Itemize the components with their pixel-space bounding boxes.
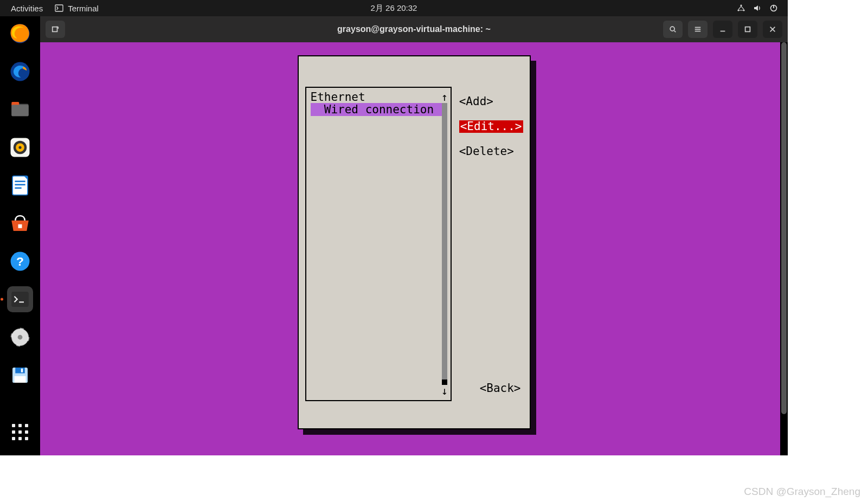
svg-point-28 bbox=[18, 335, 23, 340]
new-tab-button[interactable] bbox=[46, 21, 65, 38]
add-button[interactable]: <Add> bbox=[459, 95, 523, 108]
svg-point-1 bbox=[740, 4, 742, 6]
window-title: grayson@grayson-virtual-machine: ~ bbox=[337, 24, 491, 34]
svg-rect-17 bbox=[15, 181, 25, 182]
window-titlebar: grayson@grayson-virtual-machine: ~ bbox=[40, 16, 788, 42]
svg-point-7 bbox=[11, 62, 30, 81]
activities-button[interactable]: Activities bbox=[11, 4, 43, 13]
list-scrollbar[interactable]: ↑ ↓ bbox=[441, 92, 448, 396]
svg-line-38 bbox=[674, 31, 676, 33]
minimize-button[interactable] bbox=[713, 21, 732, 38]
edit-button[interactable]: <Edit...> bbox=[459, 120, 523, 133]
search-button[interactable] bbox=[663, 21, 683, 38]
action-buttons: <Add> <Edit...> <Delete> bbox=[459, 95, 523, 422]
terminal-scrollbar[interactable] bbox=[780, 42, 788, 455]
dock-rhythmbox[interactable] bbox=[7, 134, 33, 160]
dock-terminal[interactable] bbox=[7, 286, 33, 312]
svg-rect-18 bbox=[15, 184, 25, 185]
svg-point-3 bbox=[743, 9, 744, 11]
show-applications-button[interactable] bbox=[10, 422, 30, 442]
svg-point-37 bbox=[670, 27, 674, 31]
svg-rect-31 bbox=[15, 368, 25, 374]
delete-button[interactable]: <Delete> bbox=[459, 145, 523, 158]
svg-rect-32 bbox=[15, 376, 26, 383]
hamburger-menu-button[interactable] bbox=[688, 21, 708, 38]
connection-category: Ethernet bbox=[311, 91, 439, 104]
dock-libreoffice-writer[interactable] bbox=[7, 172, 33, 198]
back-button-area: <Back> bbox=[480, 382, 521, 395]
clock[interactable]: 2月 26 20:32 bbox=[371, 3, 417, 12]
scroll-down-icon[interactable]: ↓ bbox=[441, 386, 448, 396]
svg-text:?: ? bbox=[16, 254, 24, 268]
svg-rect-43 bbox=[745, 27, 750, 32]
topbar-app-menu[interactable]: Terminal bbox=[55, 4, 99, 13]
svg-rect-21 bbox=[18, 224, 22, 228]
dock-firefox[interactable] bbox=[7, 21, 33, 47]
scroll-up-icon[interactable]: ↑ bbox=[441, 92, 448, 102]
topbar-app-label: Terminal bbox=[68, 4, 99, 13]
back-button[interactable]: <Back> bbox=[480, 382, 521, 395]
terminal-window: grayson@grayson-virtual-machine: ~ bbox=[40, 16, 788, 455]
dock-save[interactable] bbox=[7, 362, 33, 388]
connection-list[interactable]: Ethernet Wired connection 1 ↑ ↓ bbox=[305, 87, 452, 401]
dock-help[interactable]: ? bbox=[7, 248, 33, 274]
gnome-topbar: Activities Terminal 2月 26 20:32 bbox=[0, 0, 788, 16]
svg-rect-0 bbox=[55, 5, 63, 11]
close-button[interactable] bbox=[763, 21, 782, 38]
power-icon[interactable] bbox=[769, 4, 778, 12]
svg-rect-33 bbox=[21, 369, 23, 372]
connection-item-selected[interactable]: Wired connection 1 bbox=[311, 104, 439, 116]
network-icon[interactable] bbox=[737, 4, 745, 12]
svg-rect-34 bbox=[53, 27, 57, 32]
dock-thunderbird[interactable] bbox=[7, 59, 33, 85]
dock-files[interactable] bbox=[7, 96, 33, 123]
volume-icon[interactable] bbox=[753, 4, 762, 12]
svg-point-2 bbox=[737, 9, 739, 11]
desktop: Activities Terminal 2月 26 20:32 bbox=[0, 0, 788, 455]
svg-point-14 bbox=[18, 146, 21, 149]
watermark: CSDN @Grayson_Zheng bbox=[744, 486, 860, 498]
maximize-button[interactable] bbox=[738, 21, 757, 38]
nmtui-dialog: Ethernet Wired connection 1 ↑ ↓ <Add> <E… bbox=[298, 55, 531, 429]
terminal-icon bbox=[55, 4, 63, 12]
svg-rect-19 bbox=[15, 188, 21, 189]
dock: ? bbox=[0, 16, 40, 455]
dock-disk[interactable] bbox=[7, 324, 33, 350]
svg-rect-24 bbox=[11, 292, 29, 307]
terminal-body[interactable]: Ethernet Wired connection 1 ↑ ↓ <Add> <E… bbox=[40, 42, 788, 455]
scrollbar-track[interactable] bbox=[442, 103, 447, 385]
svg-rect-10 bbox=[11, 105, 29, 116]
dock-ubuntu-software[interactable] bbox=[7, 210, 33, 236]
